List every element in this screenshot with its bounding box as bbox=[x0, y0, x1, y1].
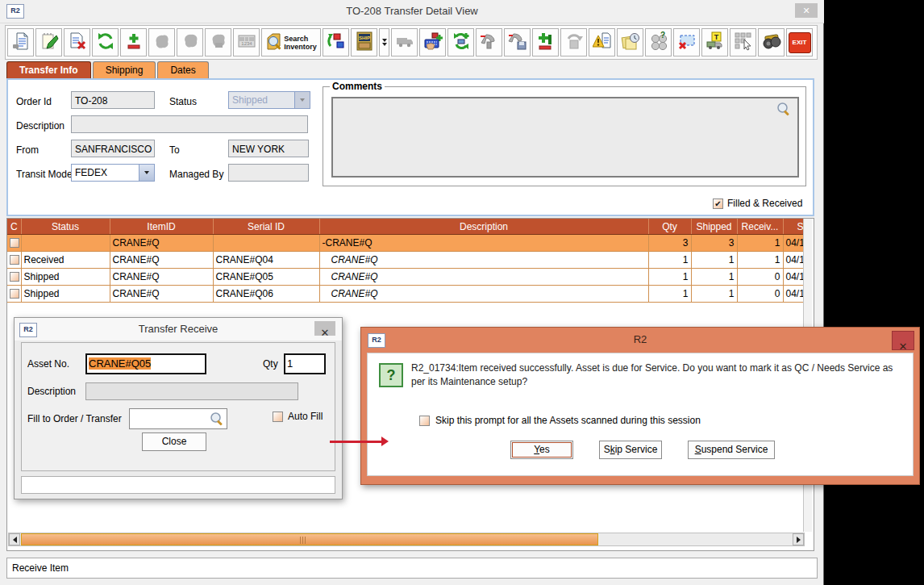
from-field[interactable]: SANFRANCISCO bbox=[71, 140, 155, 157]
chevron-down-icon bbox=[382, 43, 387, 46]
fill-to-order-input[interactable] bbox=[129, 408, 227, 429]
r2-dialog-title-bar: R2 R2 ✕ bbox=[361, 328, 919, 352]
thumb-grip bbox=[300, 537, 306, 544]
table-row[interactable]: CRANE#Q -CRANE#Q 3 3 1 04/19/ bbox=[7, 235, 805, 252]
suspend-service-button[interactable]: Suspend Service bbox=[688, 441, 775, 459]
new-document-button[interactable] bbox=[7, 28, 34, 56]
row-checkbox[interactable] bbox=[10, 289, 19, 299]
col-header-qty[interactable]: Qty bbox=[648, 219, 691, 235]
search-label-line1: Search bbox=[284, 35, 308, 43]
close-button[interactable]: Close bbox=[142, 432, 206, 451]
transfer-receive-close-button[interactable]: ✕ bbox=[314, 321, 335, 336]
r2-message-text: R2_01734:Item received successfully. Ass… bbox=[411, 361, 905, 389]
filled-received-checkbox[interactable]: ✔ bbox=[713, 198, 723, 209]
fill-package-button-disabled bbox=[205, 28, 231, 56]
row-checkbox[interactable] bbox=[10, 238, 19, 248]
transfer-order-button[interactable] bbox=[323, 28, 349, 56]
table-row[interactable]: Received CRANE#Q CRANE#Q04 CRANE#Q 1 1 1… bbox=[7, 252, 805, 269]
fill-asset-icon bbox=[181, 31, 200, 54]
dispatch-glyph: T bbox=[714, 33, 718, 41]
query-assets-button[interactable]: ? bbox=[645, 28, 672, 56]
col-header-received[interactable]: Receiv... bbox=[737, 219, 783, 235]
barcode-button-disabled: 1234 bbox=[233, 28, 260, 56]
desktop: R2 TO-208 Transfer Detail View ✕ 1234 Se… bbox=[0, 0, 924, 585]
browse-assets-button[interactable] bbox=[758, 28, 785, 56]
col-header-itemid[interactable]: ItemID bbox=[110, 219, 213, 235]
toolbar: 1234 SearchInventory SHIP ? T EXIT bbox=[5, 25, 818, 60]
asset-no-input[interactable]: CRANE#Q05 bbox=[85, 353, 206, 374]
transfer-receive-title: Transfer Receive bbox=[15, 323, 342, 335]
r2-message-dialog: R2 R2 ✕ ? R2_01734:Item received success… bbox=[360, 327, 920, 485]
transfer-info-panel: Order Id TO-208 Status Shipped Descripti… bbox=[6, 78, 814, 216]
status-combobox: Shipped bbox=[228, 91, 310, 109]
yes-button[interactable]: Yes bbox=[510, 441, 573, 459]
fill-package-icon bbox=[209, 31, 228, 54]
search-inventory-button[interactable]: SearchInventory bbox=[261, 28, 321, 56]
ship-button[interactable]: SHIP bbox=[351, 28, 377, 56]
managed-by-field[interactable] bbox=[228, 164, 309, 182]
add-rail-button[interactable] bbox=[532, 28, 559, 56]
scan-save-button[interactable] bbox=[504, 28, 531, 56]
scrollbar-thumb[interactable] bbox=[21, 533, 598, 545]
col-header-c[interactable]: C bbox=[7, 219, 21, 235]
col-header-status[interactable]: Status bbox=[21, 219, 110, 235]
tab-dates[interactable]: Dates bbox=[157, 61, 208, 78]
clear-selection-button[interactable] bbox=[673, 28, 700, 56]
search-label-line2: Inventory bbox=[284, 43, 317, 51]
r2-dialog-close-button[interactable]: ✕ bbox=[892, 331, 914, 350]
close-icon: ✕ bbox=[314, 326, 335, 341]
delete-record-button[interactable] bbox=[64, 28, 90, 56]
ship-options-dropdown[interactable] bbox=[379, 28, 389, 56]
horizontal-scrollbar[interactable] bbox=[8, 533, 805, 546]
col-header-description[interactable]: Description bbox=[319, 219, 648, 235]
comments-search-icon[interactable] bbox=[776, 102, 791, 116]
grid-cursor-icon bbox=[734, 31, 753, 54]
skip-prompt-label: Skip this prompt for all the Assets scan… bbox=[435, 415, 701, 426]
table-row[interactable]: Shipped CRANE#Q CRANE#Q05 CRANE#Q 1 1 0 … bbox=[7, 269, 805, 286]
col-header-shipped[interactable]: Shipped bbox=[691, 219, 737, 235]
filled-received-row: ✔ Filled & Received bbox=[713, 198, 802, 209]
window-title: TO-208 Transfer Detail View bbox=[0, 5, 824, 17]
scan-gun-button[interactable] bbox=[476, 28, 502, 56]
auto-fill-checkbox[interactable] bbox=[273, 412, 283, 422]
order-id-field[interactable]: TO-208 bbox=[71, 91, 155, 109]
refresh-button[interactable] bbox=[92, 28, 119, 56]
alert-report-button[interactable] bbox=[589, 28, 615, 56]
line-items-grid: C Status ItemID Serial ID Description Qt… bbox=[7, 219, 806, 303]
tab-transfer-info[interactable]: Transfer Info bbox=[6, 61, 91, 78]
scroll-left-button[interactable] bbox=[9, 533, 20, 545]
row-checkbox[interactable] bbox=[10, 272, 19, 282]
tab-shipping[interactable]: Shipping bbox=[93, 61, 156, 78]
notes-history-button[interactable] bbox=[617, 28, 643, 56]
skip-prompt-checkbox[interactable] bbox=[419, 416, 430, 426]
receive-keyboard-button[interactable] bbox=[419, 28, 446, 56]
query-glyph: ? bbox=[660, 31, 664, 40]
table-row[interactable]: Shipped CRANE#Q CRANE#Q06 CRANE#Q 1 1 0 … bbox=[7, 286, 805, 303]
col-header-date[interactable]: S bbox=[783, 219, 805, 235]
edit-record-button[interactable] bbox=[35, 28, 62, 56]
add-item-button[interactable] bbox=[120, 28, 147, 56]
close-icon: ✕ bbox=[802, 6, 810, 15]
fill-to-search-icon[interactable] bbox=[210, 412, 224, 426]
truck-button-disabled bbox=[391, 28, 418, 56]
fill-asset-button-disabled bbox=[177, 28, 203, 56]
transit-mode-combobox[interactable]: FEDEX bbox=[71, 164, 155, 182]
receive-qty-input[interactable]: 1 bbox=[284, 353, 326, 374]
col-header-serialid[interactable]: Serial ID bbox=[213, 219, 319, 235]
description-field[interactable] bbox=[71, 115, 308, 133]
transit-dropdown-arrow[interactable] bbox=[139, 165, 154, 181]
scan-save-icon bbox=[508, 31, 527, 54]
skip-service-button[interactable]: Skip Service bbox=[599, 441, 662, 459]
dispatch-truck-button[interactable]: T bbox=[701, 28, 728, 56]
receive-refresh-button[interactable] bbox=[447, 28, 474, 56]
row-checkbox[interactable] bbox=[10, 255, 19, 265]
scroll-right-button[interactable] bbox=[793, 533, 804, 545]
exit-button[interactable]: EXIT bbox=[786, 28, 813, 56]
window-close-button[interactable]: ✕ bbox=[795, 3, 818, 18]
to-field[interactable]: NEW YORK bbox=[228, 140, 309, 157]
comments-textarea[interactable] bbox=[331, 97, 799, 178]
browse-assets-icon bbox=[762, 31, 781, 54]
scan-gun-icon bbox=[480, 31, 499, 54]
query-assets-icon: ? bbox=[649, 31, 668, 54]
new-document-icon bbox=[11, 31, 31, 54]
